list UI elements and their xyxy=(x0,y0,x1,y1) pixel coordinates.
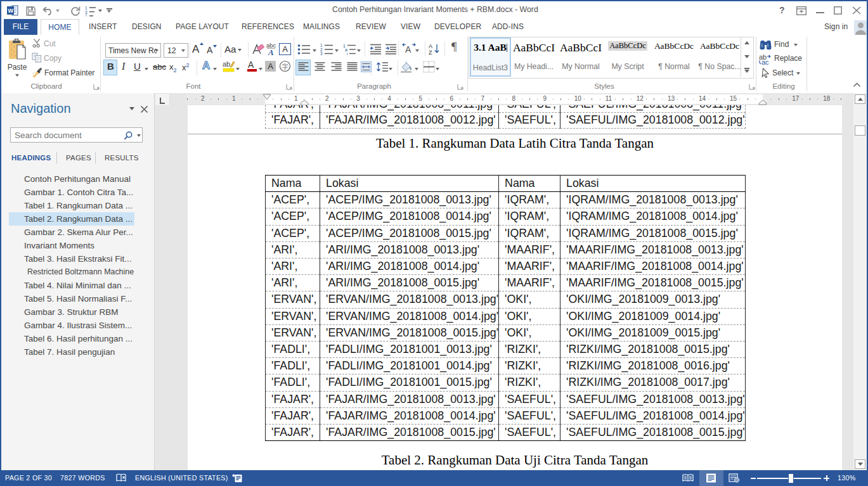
svg-text:ac: ac xyxy=(761,58,769,65)
svg-text:A: A xyxy=(429,43,432,49)
svg-text:A: A xyxy=(248,60,254,70)
svg-text:3: 3 xyxy=(320,51,323,55)
svg-text:i: i xyxy=(86,13,86,16)
svg-text:字: 字 xyxy=(282,63,288,70)
svg-text:W: W xyxy=(8,8,14,14)
svg-text:A: A xyxy=(268,48,274,56)
svg-text:Z: Z xyxy=(429,49,432,55)
svg-text:ab: ab xyxy=(223,60,230,68)
svg-text:A: A xyxy=(405,44,411,54)
svg-text:i: i xyxy=(347,52,348,56)
